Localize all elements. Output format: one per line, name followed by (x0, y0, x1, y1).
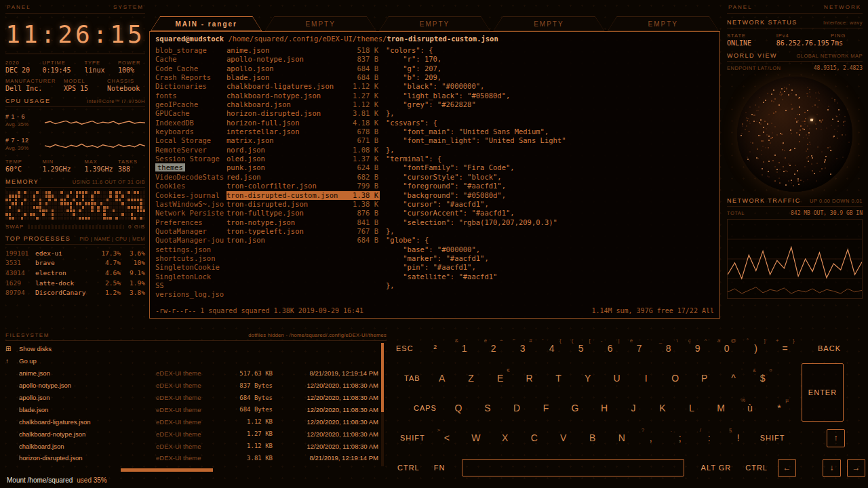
key-sym-0-13[interactable]: +=} (774, 336, 797, 361)
filesystem-row[interactable]: anime.jsoneDEX-UI theme517.63 KB8/21/201… (5, 367, 378, 380)
filesystem-row[interactable]: apollo.jsoneDEX-UI theme684 Bytes12/20/2… (5, 392, 378, 404)
key-t[interactable]: T (547, 365, 570, 391)
key-sym-2-11[interactable]: %ù (738, 395, 762, 421)
key-s[interactable]: S (476, 395, 499, 421)
key-4[interactable]: '4{ (540, 336, 564, 361)
key-v[interactable]: V (552, 425, 575, 451)
key-d[interactable]: D (505, 395, 528, 421)
key-u[interactable]: U (606, 365, 629, 391)
key-y[interactable]: Y (576, 365, 599, 391)
key-ctrl[interactable]: CTRL (393, 455, 424, 481)
key-sym-1-11[interactable]: ^¨ (722, 365, 745, 391)
filesystem-action-show-disks[interactable]: ⊞Show disks (5, 343, 378, 355)
key-5[interactable]: (5[ (570, 336, 593, 361)
terminal-tab-4[interactable]: EMPTY (493, 16, 604, 31)
key-space[interactable] (462, 459, 684, 476)
filesystem-row[interactable]: apollo-notype.jsoneDEX-UI theme837 Bytes… (5, 380, 378, 392)
globe-dot (819, 171, 821, 172)
terminal-tab-3[interactable]: EMPTY (379, 16, 490, 31)
filesystem-browser: FILESYSTEM dotfiles hidden - /home/squar… (5, 332, 387, 484)
key-8[interactable]: _8\ (657, 336, 680, 361)
filesystem-scrollbar-horizontal[interactable] (121, 468, 213, 472)
globe-dot (782, 99, 783, 100)
key-3[interactable]: "3# (511, 336, 534, 361)
key-k[interactable]: K (651, 395, 674, 421)
key-b[interactable]: B (581, 425, 604, 451)
key-arrow-right[interactable]: → (847, 459, 865, 477)
key-arrow-up[interactable]: ↑ (827, 429, 845, 447)
key-esc[interactable]: ESC (392, 336, 418, 361)
file-date: 12/20/2020, 11:08:30 AM (273, 394, 378, 401)
key-tab[interactable]: TAB (400, 365, 425, 391)
key-e[interactable]: E€ (489, 365, 512, 391)
ranger-directory: GPUCache (155, 109, 224, 118)
key-h[interactable]: H (593, 395, 616, 421)
filesystem-action-go-up[interactable]: ↑Go up (5, 355, 378, 367)
key-sym-1-12[interactable]: £$¤ (751, 365, 774, 391)
terminal-tab-5[interactable]: EMPTY (608, 16, 719, 31)
key-sym-2-12[interactable]: *µ (768, 395, 791, 421)
scrollbar-thumb[interactable] (381, 343, 384, 412)
key-1[interactable]: &1 (453, 336, 476, 361)
key-arrow-left[interactable]: ← (778, 459, 796, 477)
terminal-tab-2[interactable]: EMPTY (264, 16, 376, 31)
filesystem-row[interactable]: horizon-disrupted.jsoneDEX-UI theme3.81 … (5, 452, 378, 464)
key-g[interactable]: G (564, 395, 587, 421)
filesystem-row[interactable]: chalkboard-notype.jsoneDEX-UI theme1.27 … (5, 428, 378, 440)
filesystem-row[interactable]: blade.jsoneDEX-UI theme684 Bytes12/20/20… (5, 403, 378, 415)
filesystem-row[interactable]: chalkboard.jsoneDEX-UI theme1.12 KB12/20… (5, 440, 378, 452)
key-2[interactable]: é2~ (482, 336, 505, 361)
key-j[interactable]: J (622, 395, 645, 421)
globe-dot (833, 136, 834, 138)
network-traffic-title: NETWORK TRAFFIC (727, 197, 801, 204)
key-o[interactable]: O (664, 365, 687, 391)
key-sym-0-12[interactable]: °)] (745, 336, 768, 361)
key-r[interactable]: R (518, 365, 541, 391)
key-shift[interactable]: SHIFT (396, 425, 429, 451)
key-fn[interactable]: FN (430, 455, 450, 481)
edex-ui-screen: PANEL SYSTEM 11:26:15 2020DEC 20UPTIME0:… (0, 0, 868, 488)
key-n[interactable]: N (610, 425, 633, 451)
preview-line: "cursor": "#aacfd1", (386, 200, 714, 209)
globe-dot (809, 142, 810, 143)
key-7[interactable]: è7` (628, 336, 651, 361)
key-sym-3-1[interactable]: >< (435, 425, 458, 451)
filesystem-scrollbar-vertical[interactable] (381, 343, 384, 466)
key-alt-gr[interactable]: ALT GR (697, 455, 736, 481)
key-sym-0-1[interactable]: ² (424, 336, 447, 361)
key-9[interactable]: ç9^ (686, 336, 709, 361)
key-enter[interactable]: ENTER (802, 363, 844, 422)
globe-dot (768, 136, 770, 137)
globe-dot (837, 131, 838, 132)
filesystem-row[interactable]: chalkboard-ligatures.jsoneDEX-UI theme1.… (5, 415, 378, 428)
globe-dot (803, 181, 804, 182)
key-i[interactable]: I (635, 365, 658, 391)
terminal-tab-1[interactable]: MAIN - ranger (151, 16, 262, 31)
key-sym-3-9[interactable]: .; (669, 425, 692, 451)
key-sym-3-11[interactable]: §! (727, 425, 750, 451)
globe-dot (768, 140, 770, 141)
key-6[interactable]: -6| (599, 336, 622, 361)
key-c[interactable]: C (523, 425, 546, 451)
key-0[interactable]: à0@ (715, 336, 738, 361)
key-arrow-down[interactable]: ↓ (823, 459, 841, 477)
key-sym-3-10[interactable]: /: (698, 425, 721, 451)
key-m[interactable]: M (709, 395, 732, 421)
key-a[interactable]: A (431, 365, 454, 391)
key-back[interactable]: BACK (814, 336, 845, 361)
key-w[interactable]: W (465, 425, 488, 451)
key-shift[interactable]: SHIFT (756, 425, 789, 451)
key-f[interactable]: F (534, 395, 557, 421)
terminal-screen[interactable]: squared@mudstock /home/squared/.config/e… (149, 31, 720, 319)
key-p[interactable]: P (693, 365, 716, 391)
key-q[interactable]: Q (447, 395, 470, 421)
key-sym-3-8[interactable]: ?, (639, 425, 663, 451)
key-l[interactable]: L (680, 395, 703, 421)
key-x[interactable]: X (494, 425, 517, 451)
key-ctrl[interactable]: CTRL (741, 455, 772, 481)
key-caps[interactable]: CAPS (410, 395, 441, 421)
tab-label: EMPTY (420, 20, 450, 28)
prompt-user: squared@mudstock (155, 35, 224, 43)
key-z[interactable]: Z (460, 365, 483, 391)
terminal[interactable]: MAIN - rangerEMPTYEMPTYEMPTYEMPTY square… (149, 16, 720, 319)
